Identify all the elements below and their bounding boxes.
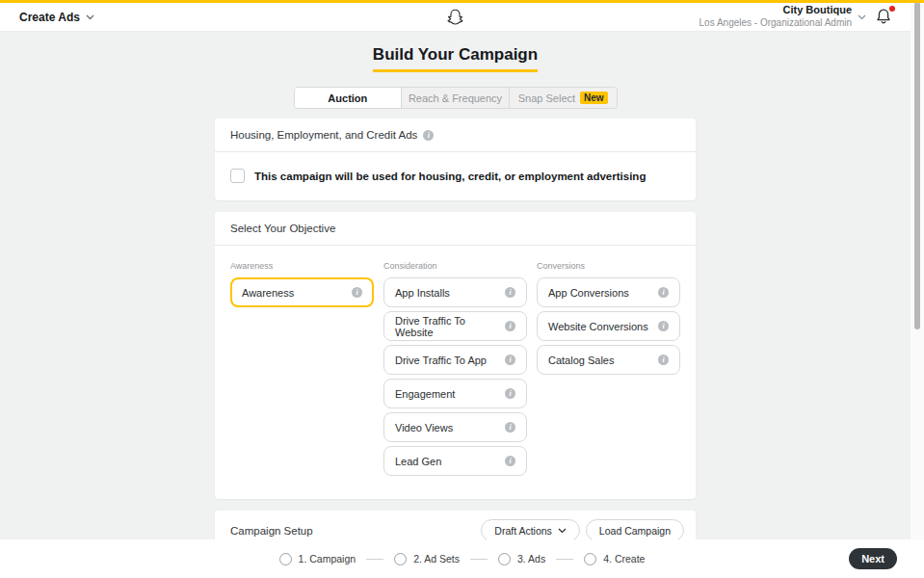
objective-label: Catalog Sales: [548, 355, 615, 366]
next-button[interactable]: Next: [849, 548, 897, 569]
page-title: Build Your Campaign: [373, 45, 538, 72]
step-connector: [470, 559, 488, 560]
info-icon[interactable]: i: [352, 287, 362, 298]
draft-actions-button[interactable]: Draft Actions: [481, 519, 580, 541]
tab-auction[interactable]: Auction: [295, 88, 403, 108]
housing-card: Housing, Employment, and Credit Ads i Th…: [215, 118, 696, 200]
tab-auction-label: Auction: [328, 92, 367, 104]
tab-snap-select[interactable]: Snap Select New: [510, 88, 617, 108]
objective-label: Website Conversions: [548, 321, 648, 332]
objective-catalog-sales[interactable]: Catalog Sales i: [537, 345, 680, 375]
info-icon[interactable]: i: [423, 130, 434, 141]
objective-awareness[interactable]: Awareness i: [230, 277, 374, 307]
step-circle: [394, 553, 407, 565]
footer-bar: 1. Campaign 2. Ad Sets 3. Ads 4. Create …: [0, 539, 924, 578]
step-circle: [584, 553, 596, 565]
housing-checkbox-label: This campaign will be used for housing, …: [254, 171, 646, 182]
info-icon[interactable]: i: [505, 456, 515, 466]
scrollbar-thumb[interactable]: [914, 2, 920, 329]
load-campaign-label: Load Campaign: [599, 525, 671, 537]
notification-dot: [889, 6, 895, 12]
snapchat-ghost-icon: [445, 8, 465, 28]
objective-label: App Conversions: [548, 287, 629, 299]
objective-label: Video Views: [395, 422, 453, 434]
create-ads-label: Create Ads: [19, 11, 80, 24]
column-label: Conversions: [537, 261, 680, 271]
tab-reach-frequency[interactable]: Reach & Frequency: [402, 88, 510, 108]
step-campaign[interactable]: 1. Campaign: [279, 553, 356, 565]
campaign-setup-title: Campaign Setup: [230, 525, 313, 537]
objective-drive-traffic-to-website[interactable]: Drive Traffic To Website i: [383, 311, 527, 341]
stepper: 1. Campaign 2. Ad Sets 3. Ads 4. Create: [0, 553, 924, 565]
chevron-down-icon: [558, 528, 567, 534]
step-ads[interactable]: 3. Ads: [498, 553, 545, 565]
objective-video-views[interactable]: Video Views i: [383, 412, 527, 442]
info-icon[interactable]: i: [658, 355, 669, 365]
info-icon[interactable]: i: [505, 287, 515, 298]
chevron-down-icon: [858, 14, 866, 20]
objective-label: Lead Gen: [395, 456, 441, 467]
main-content: Build Your Campaign Auction Reach & Freq…: [0, 32, 911, 578]
info-icon[interactable]: i: [505, 388, 515, 399]
campaign-type-tabs: Auction Reach & Frequency Snap Select Ne…: [294, 87, 618, 109]
account-role: Los Angeles - Organizational Admin: [700, 17, 852, 30]
housing-card-title: Housing, Employment, and Credit Ads: [230, 129, 417, 141]
create-ads-menu[interactable]: Create Ads: [0, 11, 94, 24]
draft-actions-label: Draft Actions: [494, 525, 552, 537]
account-name: City Boutique: [700, 4, 852, 17]
housing-checkbox[interactable]: [230, 169, 245, 183]
step-connector: [366, 559, 383, 560]
account-switcher[interactable]: City Boutique Los Angeles - Organization…: [700, 4, 866, 29]
step-label: 3. Ads: [517, 553, 545, 565]
step-ad-sets[interactable]: 2. Ad Sets: [394, 553, 460, 565]
new-badge: New: [580, 92, 608, 104]
step-label: 1. Campaign: [299, 553, 356, 565]
step-label: 2. Ad Sets: [413, 553, 460, 565]
awareness-column: Awareness Awareness i: [230, 261, 374, 311]
load-campaign-button[interactable]: Load Campaign: [586, 519, 684, 541]
info-icon[interactable]: i: [505, 355, 515, 365]
tab-reach-frequency-label: Reach & Frequency: [409, 92, 502, 104]
objective-website-conversions[interactable]: Website Conversions i: [537, 311, 680, 341]
info-icon[interactable]: i: [505, 321, 515, 331]
objective-engagement[interactable]: Engagement i: [383, 379, 527, 408]
objective-label: Engagement: [395, 388, 455, 400]
notifications-button[interactable]: [876, 8, 893, 27]
objective-drive-traffic-to-app[interactable]: Drive Traffic To App i: [383, 345, 527, 375]
objective-lead-gen[interactable]: Lead Gen i: [383, 446, 527, 476]
info-icon[interactable]: i: [505, 422, 515, 433]
tab-snap-select-label: Snap Select: [518, 92, 575, 104]
objective-label: Awareness: [242, 287, 294, 299]
chevron-down-icon: [86, 14, 94, 20]
consideration-column: Consideration App Installs i Drive Traff…: [383, 261, 527, 480]
step-create[interactable]: 4. Create: [584, 553, 645, 565]
column-label: Awareness: [230, 261, 374, 271]
info-icon[interactable]: i: [658, 287, 669, 298]
objective-card-title: Select Your Objective: [230, 223, 335, 234]
objective-label: Drive Traffic To App: [395, 355, 487, 366]
objective-label: App Installs: [395, 287, 450, 299]
objective-app-conversions[interactable]: App Conversions i: [537, 277, 680, 307]
step-circle: [498, 553, 511, 565]
column-label: Consideration: [383, 261, 527, 271]
step-connector: [556, 559, 573, 560]
step-circle: [279, 553, 292, 565]
step-label: 4. Create: [603, 553, 645, 565]
objective-card: Select Your Objective Awareness Awarenes…: [215, 212, 696, 499]
info-icon[interactable]: i: [658, 321, 669, 331]
objective-app-installs[interactable]: App Installs i: [383, 277, 527, 307]
brand-accent-bar: [0, 0, 924, 3]
conversions-column: Conversions App Conversions i Website Co…: [537, 261, 680, 379]
objective-label: Drive Traffic To Website: [395, 315, 505, 338]
app-header: Create Ads City Boutique Los Angeles - O…: [0, 3, 911, 32]
